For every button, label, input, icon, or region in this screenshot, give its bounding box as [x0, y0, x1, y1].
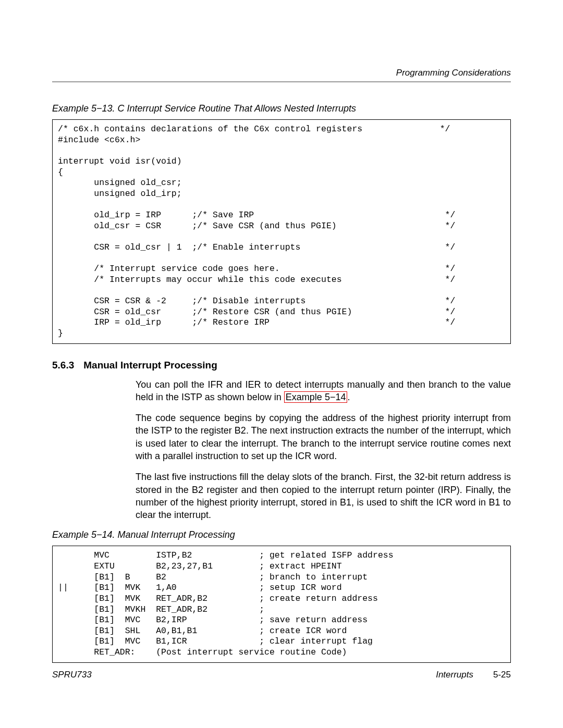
example-13-title: Example 5−13. C Interrupt Service Routin…	[52, 103, 511, 114]
footer-right: Interrupts5-25	[436, 670, 511, 680]
paragraph-3: The last five instructions fill the dela…	[136, 471, 511, 521]
running-header: Programming Considerations	[52, 68, 511, 78]
example-14-code: MVC ISTP,B2 ; get related ISFP address E…	[52, 546, 511, 662]
section-heading: 5.6.3Manual Interrupt Processing	[52, 360, 511, 371]
page: Programming Considerations Example 5−13.…	[0, 0, 563, 728]
paragraph-1: You can poll the IFR and IER to detect i…	[136, 378, 511, 404]
example-13-code: /* c6x.h contains declarations of the C6…	[52, 119, 511, 344]
page-footer: SPRU733 Interrupts5-25	[52, 670, 511, 680]
header-rule	[52, 81, 511, 82]
section-number: 5.6.3	[52, 360, 74, 371]
para1-text-b: .	[347, 392, 350, 402]
paragraph-2: The code sequence begins by copying the …	[136, 412, 511, 462]
chapter-name: Interrupts	[436, 670, 473, 680]
example-14-title: Example 5−14. Manual Interrupt Processin…	[52, 529, 511, 540]
page-number: 5-25	[493, 670, 511, 680]
doc-id: SPRU733	[52, 670, 92, 680]
section-title: Manual Interrupt Processing	[83, 360, 217, 371]
example-14-link[interactable]: Example 5−14	[284, 391, 348, 403]
